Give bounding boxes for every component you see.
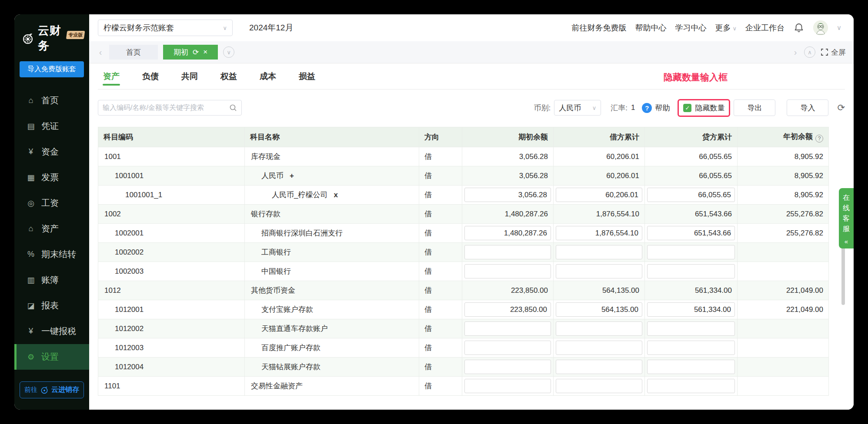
credit-total-input[interactable] xyxy=(647,226,735,240)
tab-refresh-icon[interactable]: ⟳ xyxy=(193,48,199,57)
year-begin-balance-cell: 8,905.92 xyxy=(738,147,829,166)
debit-total-input[interactable] xyxy=(556,264,642,278)
credit-total-input[interactable] xyxy=(647,379,735,393)
page-tab-strip: ‹ 首页 期初 ⟳ × ∨ › ∧ 全屏 xyxy=(89,41,854,63)
fullscreen-button[interactable]: 全屏 xyxy=(821,47,846,57)
refresh-icon[interactable]: ⟳ xyxy=(837,103,845,113)
year-begin-balance-cell: 221,049.00 xyxy=(738,281,829,300)
credit-total-input[interactable] xyxy=(647,245,735,259)
add-sub-account-icon[interactable]: + xyxy=(290,172,294,180)
sidebar-item-assets[interactable]: ⌂资产 xyxy=(14,216,89,242)
debit-total-input[interactable] xyxy=(556,360,642,374)
credit-total-input[interactable] xyxy=(647,302,735,317)
help-label[interactable]: 帮助 xyxy=(655,103,670,113)
account-chevron-down-icon[interactable]: ∨ xyxy=(837,24,841,32)
opening-balance-input[interactable] xyxy=(464,245,551,259)
sidebar-item-account-books[interactable]: ▥账簿 xyxy=(14,267,89,293)
import-free-account-set-button[interactable]: 导入免费版账套 xyxy=(20,61,84,77)
tab-home[interactable]: 首页 xyxy=(109,45,158,60)
export-button[interactable]: 导出 xyxy=(734,99,775,116)
opening-balance-input[interactable] xyxy=(464,321,551,336)
sidebar-item-funds[interactable]: ¥资金 xyxy=(14,139,89,165)
link-enterprise-workbench[interactable]: 企业工作台 xyxy=(745,23,785,33)
account-code-cell: 1012004 xyxy=(98,358,245,377)
account-set-select[interactable]: 柠檬云财务示范账套 ∨ xyxy=(98,20,233,36)
sidebar: 云财务 专业版 导入免费版账套 ⌂首页▤凭证¥资金▦发票◎工资⌂资产%期末结转▥… xyxy=(14,14,89,410)
link-help-center[interactable]: 帮助中心 xyxy=(635,23,667,33)
tabs-scroll-left-icon[interactable]: ‹ xyxy=(97,47,104,57)
goto-brand-label: 云进销存 xyxy=(51,385,79,394)
credit-total-input[interactable] xyxy=(647,360,735,374)
account-code-cell: 1001001_1 xyxy=(98,186,245,205)
search-input[interactable] xyxy=(103,104,226,112)
account-code-cell: 1012001 xyxy=(98,300,245,319)
category-tab-liabilities[interactable]: 负债 xyxy=(142,63,159,89)
hide-quantity-checkbox[interactable]: ✓ xyxy=(683,104,691,112)
account-name-cell: 银行存款 xyxy=(245,205,419,224)
tab-opening-balance[interactable]: 期初 ⟳ × xyxy=(163,45,218,60)
collapse-up-icon[interactable]: ∧ xyxy=(804,46,815,58)
table-row: 1002003中国银行借 xyxy=(98,262,829,281)
tab-close-icon[interactable]: × xyxy=(203,48,207,56)
debit-total-input[interactable] xyxy=(556,379,642,393)
user-avatar[interactable] xyxy=(813,20,828,35)
invoice-icon: ▦ xyxy=(26,173,36,182)
credit-total-input[interactable] xyxy=(647,264,735,278)
opening-balance-input[interactable] xyxy=(464,226,551,240)
debit-total-cell xyxy=(554,319,645,338)
sidebar-item-label: 凭证 xyxy=(41,120,59,132)
sidebar-item-one-click-tax[interactable]: ¥一键报税 xyxy=(14,318,89,344)
credit-total-input[interactable] xyxy=(647,321,735,336)
sidebar-item-salary[interactable]: ◎工资 xyxy=(14,190,89,216)
tab-list-dropdown-icon[interactable]: ∨ xyxy=(223,46,234,58)
currency-select[interactable]: 人民币 ∨ xyxy=(554,100,601,116)
debit-total-input[interactable] xyxy=(556,302,642,317)
credit-total-input[interactable] xyxy=(647,188,735,202)
debit-total-cell xyxy=(554,358,645,377)
category-tab-common[interactable]: 共同 xyxy=(181,63,198,89)
category-tab-profit-loss[interactable]: 损益 xyxy=(299,63,315,89)
sidebar-item-voucher[interactable]: ▤凭证 xyxy=(14,113,89,139)
opening-balance-input[interactable] xyxy=(464,188,551,202)
sidebar-item-invoice[interactable]: ▦发票 xyxy=(14,165,89,190)
search-icon[interactable] xyxy=(229,104,237,112)
opening-balance-input[interactable] xyxy=(464,379,551,393)
tabs-scroll-right-icon[interactable]: › xyxy=(792,47,799,57)
sidebar-item-home[interactable]: ⌂首页 xyxy=(14,88,89,113)
direction-cell: 借 xyxy=(419,319,462,338)
category-tab-equity[interactable]: 权益 xyxy=(220,63,237,89)
table-row: 1002银行存款借1,480,287.261,876,554.10651,543… xyxy=(98,205,829,224)
col-direction: 方向 xyxy=(419,127,462,147)
debit-total-input[interactable] xyxy=(556,341,642,355)
opening-balance-input[interactable] xyxy=(464,264,551,278)
year-begin-help-icon[interactable]: ? xyxy=(815,135,823,142)
pro-badge: 专业版 xyxy=(66,31,85,39)
sidebar-item-period-end-carryover[interactable]: %期末结转 xyxy=(14,242,89,267)
debit-total-input[interactable] xyxy=(556,226,642,240)
sidebar-item-settings[interactable]: ⚙设置 xyxy=(14,344,89,370)
category-tab-assets[interactable]: 资产 xyxy=(103,63,120,89)
import-button[interactable]: 导入 xyxy=(787,99,828,116)
goto-inventory-button[interactable]: 前往 云进销存 xyxy=(20,381,84,398)
debit-total-cell xyxy=(554,377,645,396)
credit-total-input[interactable] xyxy=(647,341,735,355)
sidebar-item-reports[interactable]: ◪报表 xyxy=(14,293,89,318)
opening-balance-input[interactable] xyxy=(464,341,551,355)
debit-total-input[interactable] xyxy=(556,188,642,202)
category-tab-cost[interactable]: 成本 xyxy=(260,63,276,89)
link-goto-free-finance[interactable]: 前往财务免费版 xyxy=(572,23,627,33)
debit-total-input[interactable] xyxy=(556,321,642,336)
sidebar-item-label: 设置 xyxy=(41,351,59,363)
hide-quantity-label[interactable]: 隐藏数量 xyxy=(695,103,724,113)
help-question-icon[interactable]: ? xyxy=(642,103,652,113)
opening-balance-cell xyxy=(462,377,554,396)
opening-balance-input[interactable] xyxy=(464,360,551,374)
remove-sub-account-icon[interactable]: x xyxy=(334,191,337,199)
online-service-tab[interactable]: 在 线 客 服 « xyxy=(839,188,854,248)
accounts-table-body: 1001库存现金借3,056.2860,206.0166,055.658,905… xyxy=(98,147,829,396)
link-more-menu[interactable]: 更多∨ xyxy=(715,23,737,33)
debit-total-input[interactable] xyxy=(556,245,642,259)
link-learning-center[interactable]: 学习中心 xyxy=(675,23,707,33)
notification-bell-icon[interactable] xyxy=(793,22,805,33)
opening-balance-input[interactable] xyxy=(464,302,551,317)
